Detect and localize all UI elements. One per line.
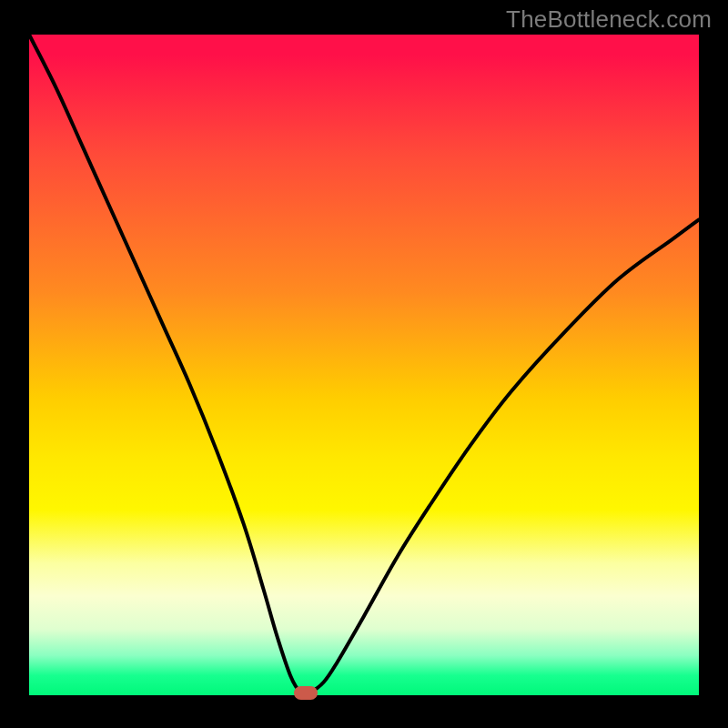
chart-frame: TheBottleneck.com: [0, 0, 728, 728]
watermark-text: TheBottleneck.com: [506, 5, 712, 34]
bottleneck-curve: [29, 35, 699, 695]
minimum-marker: [294, 686, 318, 700]
gradient-plot-area: [29, 35, 699, 695]
